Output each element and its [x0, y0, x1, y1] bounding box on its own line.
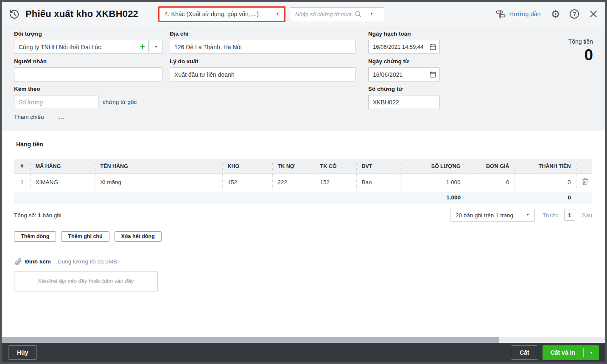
search-input[interactable] [290, 8, 354, 21]
chevron-down-icon: ▼ [526, 213, 529, 217]
chevron-down-icon[interactable]: ▼ [584, 345, 599, 360]
field-ngay-chung-tu: Ngày chứng từ [368, 58, 440, 81]
col-ma-hang: MÃ HÀNG [30, 159, 95, 174]
save-and-print-label: Cất và In [543, 349, 583, 356]
calendar-icon[interactable] [429, 71, 436, 78]
save-button[interactable]: Cất [511, 345, 538, 360]
so-chung-tu-label: Số chứng từ [368, 86, 440, 92]
so-chung-tu-input[interactable] [368, 95, 440, 109]
table-totals-row: 1.000 0 [14, 191, 592, 204]
help-icon[interactable]: ? [570, 9, 579, 19]
close-icon[interactable] [589, 10, 598, 18]
cell-kho[interactable]: 152 [222, 174, 272, 191]
section-title: Hàng tiền [16, 141, 605, 148]
current-page-box[interactable]: 1 [564, 210, 575, 221]
gear-icon[interactable]: ⚙ [551, 9, 560, 20]
voucher-type-dropdown[interactable]: 4. Khác (Xuất sử dụng, góp vốn, ...) ▼ [158, 6, 285, 22]
next-page-button[interactable]: Sau [582, 212, 592, 218]
items-table: # MÃ HÀNG TÊN HÀNG KHO TK NỢ TK CÓ ĐVT S… [14, 159, 592, 204]
col-actions [576, 159, 592, 174]
doi-tuong-dropdown-button[interactable]: ▼ [150, 40, 162, 54]
search-icon[interactable] [355, 11, 362, 18]
field-tham-chieu: Tham chiếu ... [14, 114, 64, 120]
add-row-button[interactable]: Thêm dòng [14, 231, 56, 242]
chevron-down-icon: ▼ [276, 12, 279, 16]
cell-ma-hang[interactable]: XIMANG [30, 174, 95, 191]
field-so-chung-tu: Số chứng từ [368, 86, 440, 109]
voucher-form: Đối tượng + ▼ Địa chỉ Ngày hạch toán [2, 26, 605, 131]
nguoi-nhan-input[interactable] [14, 67, 162, 81]
col-tk-no: TK NỢ [272, 159, 315, 174]
cancel-button[interactable]: Hủy [8, 345, 37, 360]
guide-link[interactable]: Hướng dẫn [495, 9, 541, 20]
col-thanh-tien: THÀNH TIỀN [515, 159, 576, 174]
search-group: ▼ [290, 7, 384, 21]
col-stt: # [14, 159, 30, 174]
add-partner-icon[interactable]: + [140, 42, 145, 52]
total-thanh-tien: 0 [515, 191, 576, 204]
page-title: Phiếu xuất kho XKBH022 [25, 8, 138, 20]
kem-theo-input[interactable] [14, 95, 98, 109]
history-icon[interactable] [8, 8, 20, 20]
cell-don-gia[interactable]: 0 [466, 174, 515, 191]
paperclip-icon [14, 258, 22, 266]
table-row: 1 XIMANG Xi măng 152 222 152 Bao 1.000 0… [14, 174, 592, 191]
ly-do-xuat-label: Lý do xuất [170, 58, 355, 64]
horizontal-scrollbar[interactable] [2, 337, 605, 343]
tham-chieu-more-link[interactable]: ... [59, 114, 64, 120]
prev-page-button[interactable]: Trước [543, 212, 558, 218]
ngay-chung-tu-label: Ngày chứng từ [368, 58, 440, 64]
dia-chi-input[interactable] [170, 40, 355, 54]
total-amount-label: Tổng tiền [568, 38, 593, 45]
cell-so-luong[interactable]: 1.000 [400, 174, 466, 191]
delete-all-rows-button[interactable]: Xóa hết dòng [115, 231, 162, 242]
attachment-label: Đính kèm [25, 258, 51, 265]
col-ten-hang: TÊN HÀNG [95, 159, 222, 174]
search-dropdown-button[interactable]: ▼ [365, 8, 378, 21]
footer-bar: Hủy Cất Cất và In ▼ [2, 343, 605, 362]
kem-theo-suffix: chứng từ gốc [103, 99, 137, 105]
nguoi-nhan-label: Người nhận [14, 58, 162, 64]
table-header-row: # MÃ HÀNG TÊN HÀNG KHO TK NỢ TK CÓ ĐVT S… [14, 159, 592, 174]
cell-dvt[interactable]: Bao [356, 174, 400, 191]
cell-ten-hang[interactable]: Xi măng [95, 174, 222, 191]
total-so-luong: 1.000 [400, 191, 466, 204]
page-size-value: 20 bản ghi trên 1 trang [456, 212, 513, 218]
doi-tuong-input[interactable] [14, 40, 149, 54]
doi-tuong-label: Đối tượng [14, 31, 162, 37]
pagination-bar: Tổng số: 1 bản ghi 20 bản ghi trên 1 tra… [14, 209, 592, 222]
save-and-print-button[interactable]: Cất và In ▼ [543, 345, 599, 360]
col-so-luong: SỐ LƯỢNG [400, 159, 466, 174]
attachment-header: Đính kèm Dung lượng tối đa 5MB [14, 258, 605, 266]
page-size-dropdown[interactable]: 20 bản ghi trên 1 trang ▼ [450, 209, 535, 222]
cell-thanh-tien[interactable]: 0 [515, 174, 576, 191]
guide-label: Hướng dẫn [509, 11, 541, 17]
attachment-size-hint: Dung lượng tối đa 5MB [58, 258, 117, 265]
field-ngay-hach-toan: Ngày hạch toán [368, 31, 440, 54]
cell-tk-co[interactable]: 152 [315, 174, 356, 191]
ngay-hach-toan-label: Ngày hạch toán [368, 31, 440, 37]
col-don-gia: ĐƠN GIÁ [466, 159, 515, 174]
col-dvt: ĐVT [356, 159, 400, 174]
topbar-actions: Hướng dẫn ⚙ ? [495, 9, 598, 20]
col-kho: KHO [222, 159, 272, 174]
ly-do-xuat-input[interactable] [170, 67, 355, 81]
trash-icon[interactable] [582, 178, 589, 185]
scrollbar-thumb[interactable] [2, 337, 499, 343]
voucher-type-value: 4. Khác (Xuất sử dụng, góp vốn, ...) [165, 11, 259, 17]
cell-stt[interactable]: 1 [14, 174, 30, 191]
add-note-button[interactable]: Thêm ghi chú [61, 231, 109, 242]
detail-section: Hàng tiền # MÃ HÀNG TÊN HÀNG KHO TK NỢ T… [2, 131, 605, 337]
total-amount-block: Tổng tiền 0 [568, 38, 593, 64]
total-amount-value: 0 [568, 46, 593, 64]
file-dropzone[interactable]: Kéo/thả tệp vào đây hoặc bấm vào đây [14, 271, 158, 291]
field-nguoi-nhan: Người nhận [14, 58, 162, 81]
topbar: Phiếu xuất kho XKBH022 4. Khác (Xuất sử … [2, 2, 605, 26]
calendar-icon[interactable] [429, 43, 436, 50]
cell-tk-no[interactable]: 222 [272, 174, 315, 191]
col-tk-co: TK CÓ [315, 159, 356, 174]
chevron-down-icon: ▼ [370, 12, 373, 16]
guidepost-icon [495, 9, 506, 20]
field-doi-tuong: Đối tượng + ▼ [14, 31, 162, 54]
voucher-window: Phiếu xuất kho XKBH022 4. Khác (Xuất sử … [0, 0, 607, 364]
